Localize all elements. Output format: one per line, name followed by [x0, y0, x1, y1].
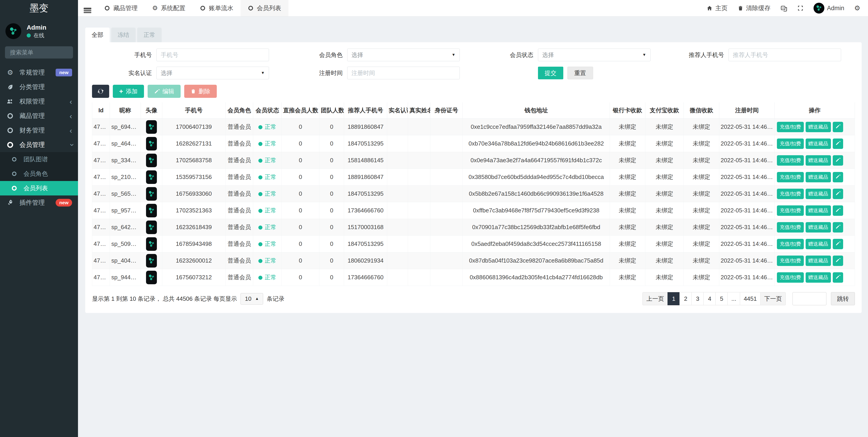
delete-button[interactable]: 删除 — [184, 85, 217, 98]
clear-cache-link[interactable]: 清除缓存 — [738, 4, 771, 12]
column-header-5[interactable]: 会员状态 — [253, 102, 282, 119]
row-edit-button[interactable] — [833, 255, 843, 266]
column-header-6[interactable]: 直推会员人数 — [282, 102, 319, 119]
sidebar-item-member[interactable]: 会员管理 ‹ — [0, 137, 78, 152]
table-row[interactable]: 47994sp_46460716282627131普通会员正常001847051… — [92, 135, 855, 152]
page-item-1[interactable]: 1 — [668, 292, 680, 305]
sidebar-item-finance[interactable]: 财务管理 ‹ — [0, 123, 78, 137]
column-header-14[interactable]: 支付宝收款 — [645, 102, 684, 119]
phone-input[interactable] — [156, 49, 269, 61]
gift-collection-button[interactable]: 赠送藏品 — [806, 272, 831, 283]
column-header-15[interactable]: 微信收款 — [684, 102, 719, 119]
column-header-7[interactable]: 团队人数 — [319, 102, 344, 119]
table-row[interactable]: 47995sp_69482717006407139普通会员正常001889186… — [92, 119, 855, 135]
page-item-4[interactable]: 4 — [704, 292, 716, 305]
column-header-12[interactable]: 钱包地址 — [463, 102, 610, 119]
recharge-button[interactable]: 充值/扣费 — [777, 155, 804, 166]
row-edit-button[interactable] — [833, 189, 843, 199]
row-edit-button[interactable] — [833, 272, 843, 283]
page-item-上一页[interactable]: 上一页 — [643, 292, 668, 305]
refresh-button[interactable] — [92, 85, 109, 98]
gift-collection-button[interactable]: 赠送藏品 — [806, 239, 831, 249]
sidebar-item-team-graph[interactable]: 团队图谱 — [0, 152, 78, 166]
recharge-button[interactable]: 充值/扣费 — [777, 239, 804, 249]
row-edit-button[interactable] — [833, 155, 843, 166]
row-edit-button[interactable] — [833, 172, 843, 182]
gift-collection-button[interactable]: 赠送藏品 — [806, 189, 831, 199]
tab-frozen[interactable]: 冻结 — [111, 28, 135, 42]
page-item-下一页[interactable]: 下一页 — [761, 292, 786, 305]
column-header-4[interactable]: 会员角色 — [225, 102, 253, 119]
page-jump-button[interactable]: 跳转 — [831, 292, 855, 305]
tab-all[interactable]: 全部 — [85, 28, 110, 42]
table-row[interactable]: 47987sp_40460216232600012普通会员正常001806029… — [92, 252, 855, 269]
realname-auth-select[interactable]: 选择▼ — [156, 67, 269, 79]
page-size-select[interactable]: 10 ▲ — [241, 293, 263, 305]
add-button[interactable]: + 添加 — [113, 85, 144, 98]
row-edit-button[interactable] — [833, 222, 843, 232]
column-header-0[interactable]: Id — [92, 102, 110, 119]
recharge-button[interactable]: 充值/扣费 — [777, 272, 804, 283]
column-header-11[interactable]: 身份证号 — [430, 102, 463, 119]
column-header-8[interactable]: 推荐人手机号 — [344, 102, 387, 119]
table-row[interactable]: 47993sp_33465617025683758普通会员正常001581488… — [92, 152, 855, 169]
language-icon[interactable]: A — [780, 5, 787, 11]
member-status-select[interactable]: 选择▼ — [538, 49, 651, 61]
referrer-phone-input[interactable] — [728, 49, 841, 61]
sidebar-item-collection[interactable]: 藏品管理 ‹ — [0, 109, 78, 123]
row-edit-button[interactable] — [833, 122, 843, 132]
page-jump-input[interactable] — [793, 292, 827, 305]
column-header-9[interactable]: 实名认证 — [387, 102, 408, 119]
column-header-10[interactable]: 真实姓名 — [408, 102, 430, 119]
sidebar-item-permission[interactable]: 权限管理 ‹ — [0, 94, 78, 109]
navtab-collection[interactable]: 藏品管理 — [97, 0, 145, 16]
column-header-3[interactable]: 手机号 — [162, 102, 225, 119]
sidebar-item-member-list[interactable]: 会员列表 — [0, 181, 78, 195]
home-link[interactable]: 主页 — [706, 4, 727, 12]
table-row[interactable]: 47986sp_94411816756073212普通会员正常001736466… — [92, 269, 855, 286]
tab-normal[interactable]: 正常 — [137, 28, 162, 42]
column-header-17[interactable]: 操作 — [775, 102, 855, 119]
gift-collection-button[interactable]: 赠送藏品 — [806, 255, 831, 266]
fullscreen-icon[interactable] — [797, 5, 804, 11]
recharge-button[interactable]: 充值/扣费 — [777, 255, 804, 266]
reset-button[interactable]: 重置 — [567, 67, 593, 79]
column-header-16[interactable]: 注册时间 — [719, 102, 775, 119]
page-item-3[interactable]: 3 — [691, 292, 704, 305]
navtab-member-list[interactable]: 会员列表 — [241, 0, 288, 16]
sidebar-item-category[interactable]: 分类管理 — [0, 80, 78, 94]
recharge-button[interactable]: 充值/扣费 — [777, 189, 804, 199]
table-row[interactable]: 47988sp_50985616785943498普通会员正常001847051… — [92, 236, 855, 252]
submit-button[interactable]: 提交 — [538, 67, 563, 79]
table-row[interactable]: 47990sp_95794117023521363普通会员正常001736466… — [92, 202, 855, 219]
table-row[interactable]: 47989sp_64238716232618439普通会员正常001517000… — [92, 219, 855, 236]
settings-gear-icon[interactable]: ⚙ — [854, 5, 860, 11]
sidebar-item-plugin[interactable]: 插件管理 new — [0, 195, 78, 210]
edit-button[interactable]: 编辑 — [148, 85, 181, 98]
row-edit-button[interactable] — [833, 239, 843, 249]
recharge-button[interactable]: 充值/扣费 — [777, 138, 804, 149]
page-item-4451[interactable]: 4451 — [740, 292, 761, 305]
register-time-input[interactable] — [347, 67, 460, 79]
gift-collection-button[interactable]: 赠送藏品 — [806, 172, 831, 182]
column-header-2[interactable]: 头像 — [141, 102, 162, 119]
recharge-button[interactable]: 充值/扣费 — [777, 172, 804, 182]
sidebar-search-input[interactable] — [9, 49, 86, 56]
user-menu[interactable]: Admin — [813, 3, 844, 13]
recharge-button[interactable]: 充值/扣费 — [777, 206, 804, 216]
gift-collection-button[interactable]: 赠送藏品 — [806, 138, 831, 149]
column-header-13[interactable]: 银行卡收款 — [610, 102, 645, 119]
row-edit-button[interactable] — [833, 206, 843, 216]
hamburger-menu-icon[interactable] — [78, 0, 97, 16]
page-item-2[interactable]: 2 — [680, 292, 692, 305]
column-header-1[interactable]: 昵称 — [110, 102, 141, 119]
sidebar-item-member-role[interactable]: 会员角色 — [0, 166, 78, 181]
recharge-button[interactable]: 充值/扣费 — [777, 222, 804, 232]
sidebar-item-general[interactable]: ⚙ 常规管理 new — [0, 65, 78, 80]
page-item-5[interactable]: 5 — [715, 292, 727, 305]
table-row[interactable]: 47991sp_56569916756933060普通会员正常001847051… — [92, 186, 855, 202]
gift-collection-button[interactable]: 赠送藏品 — [806, 222, 831, 232]
recharge-button[interactable]: 充值/扣费 — [777, 122, 804, 132]
navtab-system-config[interactable]: ⚙ 系统配置 — [145, 0, 193, 16]
navtab-billing[interactable]: 账单流水 — [193, 0, 241, 16]
